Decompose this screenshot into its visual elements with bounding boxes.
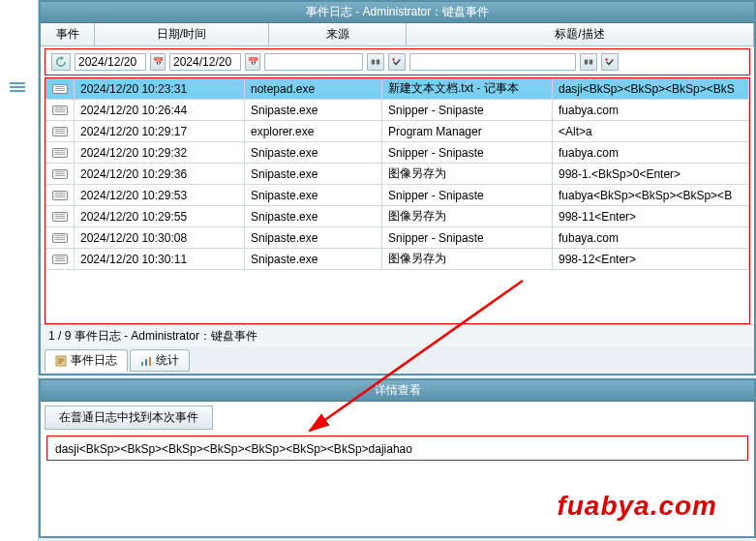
cell-datetime: 2024/12/20 10:29:17 xyxy=(75,121,245,141)
keyboard-icon xyxy=(45,206,75,226)
table-row[interactable]: 2024/12/20 10:30:08Snipaste.exeSnipper -… xyxy=(45,227,749,249)
cell-title: 图像另存为 xyxy=(382,206,553,226)
table-row[interactable]: 2024/12/20 10:29:17explorer.exeProgram M… xyxy=(45,121,749,142)
source-filter-input[interactable] xyxy=(264,53,363,71)
keyboard-icon xyxy=(45,164,75,184)
cell-title: Snipper - Snipaste xyxy=(382,100,553,120)
cell-source: Snipaste.exe xyxy=(245,249,382,269)
title-search-button[interactable] xyxy=(580,53,597,71)
table-row[interactable]: 2024/12/20 10:29:32Snipaste.exeSnipper -… xyxy=(45,142,749,164)
keyboard-icon xyxy=(45,185,75,205)
keyboard-icon xyxy=(45,78,75,99)
cell-datetime: 2024/12/20 10:26:44 xyxy=(75,100,245,120)
source-search-button[interactable] xyxy=(367,53,384,71)
header-datetime[interactable]: 日期/时间 xyxy=(95,23,269,45)
keyboard-icon xyxy=(45,100,75,120)
event-log-panel: 事件日志 - Administrator：键盘事件 事件 日期/时间 来源 标题… xyxy=(39,0,756,376)
cell-datetime: 2024/12/20 10:29:36 xyxy=(75,164,245,184)
clear-icon xyxy=(392,57,402,67)
clear-icon xyxy=(605,57,615,67)
refresh-button[interactable] xyxy=(51,53,71,71)
cell-desc: fuabya.com xyxy=(553,100,749,120)
binoculars-icon xyxy=(584,57,593,67)
cell-source: Snipaste.exe xyxy=(245,206,382,226)
header-source[interactable]: 来源 xyxy=(269,23,407,45)
cell-source: explorer.exe xyxy=(245,121,382,141)
cell-datetime: 2024/12/20 10:30:08 xyxy=(75,227,245,248)
svg-rect-2 xyxy=(585,60,588,65)
source-clear-button[interactable] xyxy=(388,53,406,71)
event-table[interactable]: 2024/12/20 10:23:31notepad.exe新建文本文档.txt… xyxy=(45,77,750,324)
title-clear-button[interactable] xyxy=(601,53,619,71)
cell-desc: 998-1.<BkSp>0<Enter> xyxy=(553,164,749,184)
log-icon xyxy=(55,355,67,367)
keyboard-icon xyxy=(45,121,75,141)
keyboard-icon xyxy=(45,142,75,163)
cell-desc: fuabya.com xyxy=(553,142,749,163)
tabs-bar: 事件日志 统计 xyxy=(41,347,754,374)
cell-datetime: 2024/12/20 10:29:32 xyxy=(75,142,245,163)
tab-event-log[interactable]: 事件日志 xyxy=(45,349,128,372)
date-from-input[interactable] xyxy=(75,53,146,71)
cell-desc: <Alt>a xyxy=(553,121,749,141)
detail-panel: 详情查看 在普通日志中找到本次事件 dasji<BkSp><BkSp><BkSp… xyxy=(39,378,756,538)
detail-panel-title: 详情查看 xyxy=(41,380,754,402)
svg-rect-7 xyxy=(149,357,151,366)
cell-desc: fubaya.com xyxy=(553,227,749,248)
keyboard-icon xyxy=(45,249,75,269)
table-row[interactable]: 2024/12/20 10:29:55Snipaste.exe图像另存为998-… xyxy=(45,206,749,227)
sidebar-toggle-icon[interactable] xyxy=(10,82,25,92)
svg-rect-6 xyxy=(145,359,147,366)
svg-rect-3 xyxy=(590,60,592,65)
find-in-log-button[interactable]: 在普通日志中找到本次事件 xyxy=(45,406,213,430)
cell-source: notepad.exe xyxy=(245,78,382,99)
tab-stats[interactable]: 统计 xyxy=(130,349,190,372)
table-row[interactable]: 2024/12/20 10:26:44Snipaste.exeSnipper -… xyxy=(45,100,749,121)
refresh-icon xyxy=(55,56,67,68)
cell-source: Snipaste.exe xyxy=(245,164,382,184)
svg-rect-0 xyxy=(372,60,375,65)
date-to-input[interactable] xyxy=(169,53,241,71)
calendar-to-button[interactable]: 📅 xyxy=(245,53,260,71)
binoculars-icon xyxy=(371,57,380,67)
status-bar: 1 / 9 事件日志 - Administrator：键盘事件 xyxy=(41,324,754,347)
table-row[interactable]: 2024/12/20 10:30:11Snipaste.exe图像另存为998-… xyxy=(45,249,749,270)
cell-source: Snipaste.exe xyxy=(245,227,382,248)
calendar-from-button[interactable]: 📅 xyxy=(150,53,166,71)
cell-source: Snipaste.exe xyxy=(245,185,382,205)
cell-title: Snipper - Snipaste xyxy=(382,227,553,248)
svg-rect-5 xyxy=(141,362,143,366)
cell-title: Program Manager xyxy=(382,121,553,141)
header-title[interactable]: 标题/描述 xyxy=(407,23,754,45)
cell-desc: 998-12<Enter> xyxy=(553,249,749,269)
cell-datetime: 2024/12/20 10:23:31 xyxy=(75,78,245,99)
cell-desc: 998-11<Enter> xyxy=(553,206,749,226)
cell-title: 图像另存为 xyxy=(382,164,553,184)
cell-datetime: 2024/12/20 10:29:55 xyxy=(75,206,245,226)
table-header: 事件 日期/时间 来源 标题/描述 xyxy=(41,23,754,46)
svg-rect-1 xyxy=(377,60,379,65)
header-event[interactable]: 事件 xyxy=(41,23,95,45)
table-row[interactable]: 2024/12/20 10:29:53Snipaste.exeSnipper -… xyxy=(45,185,749,206)
table-row[interactable]: 2024/12/20 10:29:36Snipaste.exe图像另存为998-… xyxy=(45,164,749,185)
panel-title: 事件日志 - Administrator：键盘事件 xyxy=(41,2,754,23)
cell-source: Snipaste.exe xyxy=(245,142,382,163)
cell-datetime: 2024/12/20 10:29:53 xyxy=(75,185,245,205)
chart-icon xyxy=(140,355,152,367)
filter-bar: 📅 📅 xyxy=(45,48,750,75)
detail-text: dasji<BkSp><BkSp><BkSp><BkSp><BkSp><BkSp… xyxy=(46,436,748,461)
cell-desc: dasji<BkSp><BkSp><BkSp><BkS xyxy=(553,78,749,99)
cell-datetime: 2024/12/20 10:30:11 xyxy=(75,249,245,269)
title-filter-input[interactable] xyxy=(409,53,576,71)
cell-source: Snipaste.exe xyxy=(245,100,382,120)
keyboard-icon xyxy=(45,227,75,248)
table-row[interactable]: 2024/12/20 10:23:31notepad.exe新建文本文档.txt… xyxy=(45,78,749,100)
cell-title: 新建文本文档.txt - 记事本 xyxy=(382,78,553,99)
cell-title: Snipper - Snipaste xyxy=(382,142,553,163)
cell-title: 图像另存为 xyxy=(382,249,553,269)
cell-desc: fuabya<BkSp><BkSp><BkSp><B xyxy=(553,185,749,205)
cell-title: Snipper - Snipaste xyxy=(382,185,553,205)
